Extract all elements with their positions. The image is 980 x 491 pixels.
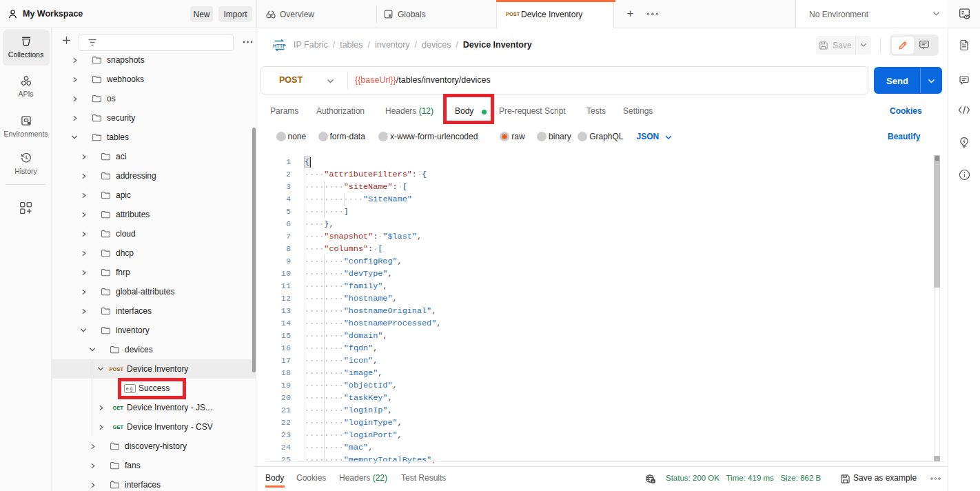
svg-text:HTTP: HTTP [273, 43, 286, 49]
